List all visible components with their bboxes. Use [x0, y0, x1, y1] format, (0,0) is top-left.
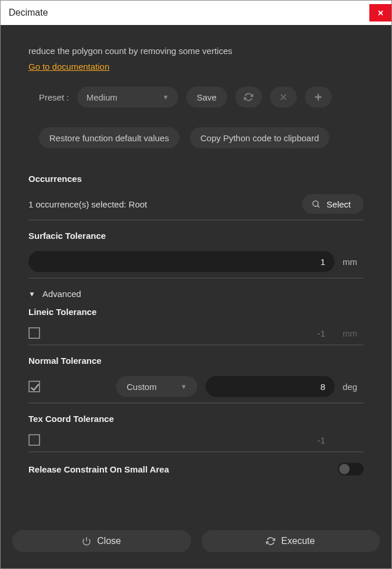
- svg-point-0: [313, 201, 318, 206]
- preset-dropdown[interactable]: Medium ▼: [77, 87, 178, 108]
- divider: [28, 403, 364, 403]
- refresh-preset-button[interactable]: [235, 87, 262, 108]
- chevron-down-icon: ▼: [28, 290, 35, 298]
- restore-defaults-button[interactable]: Restore function default values: [39, 127, 179, 148]
- release-toggle[interactable]: [338, 463, 364, 475]
- divider: [28, 220, 364, 220]
- surfacic-row: mm: [28, 251, 364, 272]
- window-title: Decimate: [9, 8, 48, 18]
- lineic-checkbox[interactable]: [28, 327, 40, 339]
- plus-icon: [314, 92, 323, 102]
- surfacic-unit: mm: [343, 257, 364, 267]
- preset-row: Preset : Medium ▼ Save: [39, 87, 364, 108]
- release-row: Release Constraint On Small Area: [28, 463, 364, 475]
- documentation-link[interactable]: Go to documentation: [28, 62, 109, 71]
- save-preset-button[interactable]: Save: [186, 87, 227, 108]
- action-row: Restore function default values Copy Pyt…: [39, 127, 364, 148]
- divider: [28, 452, 364, 452]
- release-title: Release Constraint On Small Area: [28, 464, 169, 474]
- occurrences-text: 1 occurrence(s) selected: Root: [28, 199, 147, 209]
- select-label: Select: [326, 199, 351, 209]
- occurrences-title: Occurrences: [28, 174, 364, 184]
- advanced-label: Advanced: [42, 289, 81, 299]
- tex-value: -1: [48, 435, 335, 445]
- chevron-down-icon: ▼: [181, 383, 187, 390]
- close-label: Close: [97, 536, 121, 546]
- preset-label: Preset :: [39, 92, 69, 102]
- close-button[interactable]: Close: [12, 530, 191, 552]
- normal-unit: deg: [343, 382, 364, 392]
- execute-label: Execute: [281, 536, 315, 546]
- titlebar: Decimate ✕: [1, 1, 391, 25]
- normal-checkbox[interactable]: [28, 381, 40, 392]
- occurrences-row: 1 occurrence(s) selected: Root Select: [28, 194, 364, 214]
- surfacic-title: Surfacic Tolerance: [28, 231, 364, 241]
- chevron-down-icon: ▼: [163, 94, 169, 101]
- check-icon: [29, 381, 41, 393]
- lineic-value: -1: [48, 328, 335, 338]
- normal-value-input[interactable]: [206, 376, 335, 397]
- lineic-row: -1 mm: [28, 327, 364, 339]
- refresh-icon: [244, 92, 253, 102]
- normal-mode-dropdown[interactable]: Custom ▼: [116, 376, 197, 397]
- content: reduce the polygon count by removing som…: [1, 25, 391, 568]
- divider: [28, 278, 364, 278]
- toggle-knob: [339, 464, 350, 474]
- execute-button[interactable]: Execute: [202, 530, 380, 552]
- footer: Close Execute: [12, 530, 380, 552]
- close-icon[interactable]: ✕: [369, 4, 391, 22]
- select-occurrences-button[interactable]: Select: [302, 194, 364, 214]
- description-text: reduce the polygon count by removing som…: [28, 46, 364, 56]
- tex-title: Tex Coord Tolerance: [28, 414, 364, 424]
- tex-row: -1: [28, 434, 364, 446]
- normal-title: Normal Tolerance: [28, 356, 364, 366]
- power-icon: [82, 536, 91, 546]
- delete-preset-button[interactable]: [270, 87, 297, 108]
- normal-row: Custom ▼ deg: [28, 376, 364, 397]
- delete-icon: [279, 92, 288, 102]
- normal-mode-value: Custom: [127, 382, 157, 392]
- search-icon: [311, 199, 321, 209]
- refresh-icon: [266, 536, 275, 546]
- divider: [28, 345, 364, 345]
- advanced-expander[interactable]: ▼ Advanced: [28, 289, 364, 299]
- tex-checkbox[interactable]: [28, 434, 40, 446]
- copy-python-button[interactable]: Copy Python code to clipboard: [190, 127, 329, 148]
- preset-value: Medium: [87, 92, 117, 102]
- lineic-title: Lineic Tolerance: [28, 307, 364, 317]
- lineic-unit: mm: [343, 328, 364, 338]
- surfacic-input[interactable]: [28, 251, 335, 272]
- add-preset-button[interactable]: [305, 87, 332, 108]
